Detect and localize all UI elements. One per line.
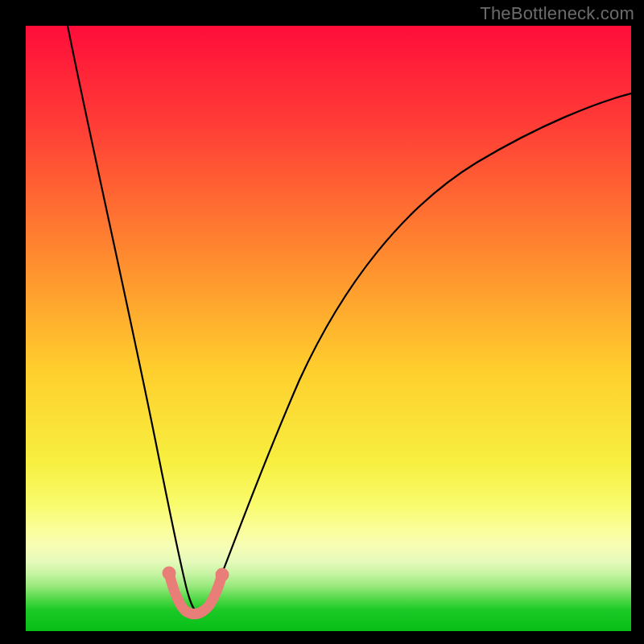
highlight-dot-right	[216, 568, 229, 582]
highlight-dot-left	[163, 567, 176, 580]
watermark-text: TheBottleneck.com	[480, 3, 634, 24]
chart-frame: TheBottleneck.com	[0, 0, 644, 644]
highlight-segment	[169, 573, 222, 614]
curve-path	[68, 26, 631, 613]
plot-area	[26, 26, 631, 631]
bottleneck-curve	[26, 26, 631, 631]
